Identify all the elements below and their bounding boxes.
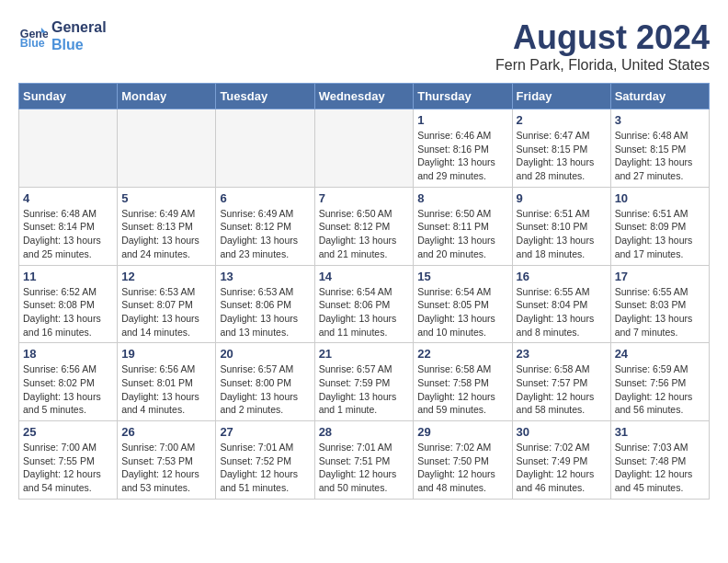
day-info: Sunrise: 6:54 AMSunset: 8:06 PMDaylight:…	[319, 285, 410, 339]
calendar-cell: 4Sunrise: 6:48 AMSunset: 8:14 PMDaylight…	[19, 187, 118, 265]
day-number: 10	[615, 191, 705, 205]
logo: General Blue General Blue	[18, 18, 107, 53]
calendar-cell: 6Sunrise: 6:49 AMSunset: 8:12 PMDaylight…	[216, 187, 314, 265]
day-info: Sunrise: 6:56 AMSunset: 8:01 PMDaylight:…	[121, 362, 211, 417]
day-info: Sunrise: 6:59 AMSunset: 7:56 PMDaylight:…	[615, 362, 705, 417]
day-info: Sunrise: 6:50 AMSunset: 8:12 PMDaylight:…	[319, 207, 410, 261]
day-info: Sunrise: 7:03 AMSunset: 7:48 PMDaylight:…	[615, 441, 705, 495]
day-number: 22	[417, 347, 507, 361]
day-info: Sunrise: 6:53 AMSunset: 8:07 PMDaylight:…	[121, 285, 211, 339]
calendar-cell: 12Sunrise: 6:53 AMSunset: 8:07 PMDayligh…	[118, 265, 216, 343]
calendar-cell: 26Sunrise: 7:00 AMSunset: 7:53 PMDayligh…	[118, 421, 216, 500]
day-number: 31	[615, 425, 705, 439]
logo-general: General	[51, 18, 107, 36]
calendar-cell: 5Sunrise: 6:49 AMSunset: 8:13 PMDaylight…	[118, 187, 216, 265]
day-info: Sunrise: 7:02 AMSunset: 7:49 PMDaylight:…	[517, 441, 607, 495]
calendar-cell: 8Sunrise: 6:50 AMSunset: 8:11 PMDaylight…	[414, 187, 512, 265]
day-number: 9	[517, 191, 607, 205]
day-number: 23	[517, 347, 607, 361]
weekday-header-row: SundayMondayTuesdayWednesdayThursdayFrid…	[19, 84, 710, 109]
day-number: 25	[23, 425, 113, 439]
calendar-cell: 19Sunrise: 6:56 AMSunset: 8:01 PMDayligh…	[118, 343, 216, 421]
calendar-cell: 15Sunrise: 6:54 AMSunset: 8:05 PMDayligh…	[414, 265, 512, 343]
day-info: Sunrise: 6:46 AMSunset: 8:16 PMDaylight:…	[417, 129, 507, 183]
day-number: 12	[121, 270, 211, 283]
day-info: Sunrise: 7:00 AMSunset: 7:55 PMDaylight:…	[23, 441, 113, 495]
day-info: Sunrise: 6:50 AMSunset: 8:11 PMDaylight:…	[417, 207, 507, 261]
day-info: Sunrise: 6:55 AMSunset: 8:04 PMDaylight:…	[517, 285, 607, 339]
day-number: 30	[517, 425, 607, 439]
day-info: Sunrise: 6:49 AMSunset: 8:13 PMDaylight:…	[121, 207, 211, 261]
logo-icon: General Blue	[18, 21, 48, 51]
day-info: Sunrise: 6:52 AMSunset: 8:08 PMDaylight:…	[23, 285, 113, 339]
calendar-cell: 30Sunrise: 7:02 AMSunset: 7:49 PMDayligh…	[512, 421, 610, 500]
day-info: Sunrise: 6:48 AMSunset: 8:14 PMDaylight:…	[23, 207, 113, 261]
calendar-week-row: 11Sunrise: 6:52 AMSunset: 8:08 PMDayligh…	[19, 265, 710, 343]
day-info: Sunrise: 7:01 AMSunset: 7:51 PMDaylight:…	[319, 441, 410, 495]
calendar-cell: 27Sunrise: 7:01 AMSunset: 7:52 PMDayligh…	[216, 421, 314, 500]
calendar-cell: 24Sunrise: 6:59 AMSunset: 7:56 PMDayligh…	[610, 343, 709, 421]
day-info: Sunrise: 6:48 AMSunset: 8:15 PMDaylight:…	[615, 129, 705, 183]
day-number: 28	[319, 425, 410, 439]
day-number: 24	[615, 347, 705, 361]
day-number: 14	[319, 270, 410, 283]
day-info: Sunrise: 7:02 AMSunset: 7:50 PMDaylight:…	[417, 441, 507, 495]
day-number: 2	[517, 113, 607, 127]
weekday-header-monday: Monday	[118, 84, 216, 109]
day-number: 7	[319, 191, 410, 205]
calendar-cell	[19, 109, 118, 188]
page-header: General Blue General Blue August 2024 Fe…	[18, 18, 710, 74]
calendar-cell: 7Sunrise: 6:50 AMSunset: 8:12 PMDaylight…	[314, 187, 414, 265]
calendar-cell: 29Sunrise: 7:02 AMSunset: 7:50 PMDayligh…	[414, 421, 512, 500]
calendar-cell: 21Sunrise: 6:57 AMSunset: 7:59 PMDayligh…	[314, 343, 414, 421]
calendar-cell: 2Sunrise: 6:47 AMSunset: 8:15 PMDaylight…	[512, 109, 610, 188]
calendar-cell: 9Sunrise: 6:51 AMSunset: 8:10 PMDaylight…	[512, 187, 610, 265]
weekday-header-friday: Friday	[512, 84, 610, 109]
day-number: 27	[220, 425, 310, 439]
day-number: 19	[121, 347, 211, 361]
calendar-cell: 10Sunrise: 6:51 AMSunset: 8:09 PMDayligh…	[610, 187, 709, 265]
day-number: 26	[121, 425, 211, 439]
day-info: Sunrise: 6:56 AMSunset: 8:02 PMDaylight:…	[23, 362, 113, 417]
weekday-header-sunday: Sunday	[19, 84, 118, 109]
calendar-cell: 1Sunrise: 6:46 AMSunset: 8:16 PMDaylight…	[414, 109, 512, 188]
day-number: 5	[121, 191, 211, 205]
calendar-cell: 14Sunrise: 6:54 AMSunset: 8:06 PMDayligh…	[314, 265, 414, 343]
calendar-cell: 18Sunrise: 6:56 AMSunset: 8:02 PMDayligh…	[19, 343, 118, 421]
calendar-cell: 28Sunrise: 7:01 AMSunset: 7:51 PMDayligh…	[314, 421, 414, 500]
weekday-header-tuesday: Tuesday	[216, 84, 314, 109]
day-number: 21	[319, 347, 410, 361]
calendar-week-row: 25Sunrise: 7:00 AMSunset: 7:55 PMDayligh…	[19, 421, 710, 500]
day-number: 20	[220, 347, 310, 361]
calendar-week-row: 4Sunrise: 6:48 AMSunset: 8:14 PMDaylight…	[19, 187, 710, 265]
day-number: 15	[417, 270, 507, 283]
day-info: Sunrise: 6:51 AMSunset: 8:10 PMDaylight:…	[517, 207, 607, 261]
calendar-week-row: 18Sunrise: 6:56 AMSunset: 8:02 PMDayligh…	[19, 343, 710, 421]
weekday-header-saturday: Saturday	[610, 84, 709, 109]
day-number: 6	[220, 191, 310, 205]
day-info: Sunrise: 6:57 AMSunset: 8:00 PMDaylight:…	[220, 362, 310, 417]
calendar-week-row: 1Sunrise: 6:46 AMSunset: 8:16 PMDaylight…	[19, 109, 710, 188]
title-block: August 2024 Fern Park, Florida, United S…	[495, 18, 710, 74]
calendar-cell: 23Sunrise: 6:58 AMSunset: 7:57 PMDayligh…	[512, 343, 610, 421]
day-info: Sunrise: 6:57 AMSunset: 7:59 PMDaylight:…	[319, 362, 410, 417]
calendar-cell: 25Sunrise: 7:00 AMSunset: 7:55 PMDayligh…	[19, 421, 118, 500]
day-info: Sunrise: 6:51 AMSunset: 8:09 PMDaylight:…	[615, 207, 705, 261]
day-number: 13	[220, 270, 310, 283]
calendar-cell: 3Sunrise: 6:48 AMSunset: 8:15 PMDaylight…	[610, 109, 709, 188]
calendar-cell: 16Sunrise: 6:55 AMSunset: 8:04 PMDayligh…	[512, 265, 610, 343]
calendar-table: SundayMondayTuesdayWednesdayThursdayFrid…	[18, 83, 710, 500]
day-number: 18	[23, 347, 113, 361]
calendar-cell: 31Sunrise: 7:03 AMSunset: 7:48 PMDayligh…	[610, 421, 709, 500]
svg-text:Blue: Blue	[20, 38, 45, 51]
day-number: 1	[417, 113, 507, 127]
day-info: Sunrise: 6:58 AMSunset: 7:58 PMDaylight:…	[417, 362, 507, 417]
calendar-cell	[118, 109, 216, 188]
calendar-cell: 17Sunrise: 6:55 AMSunset: 8:03 PMDayligh…	[610, 265, 709, 343]
day-number: 11	[23, 270, 113, 283]
day-number: 8	[417, 191, 507, 205]
day-number: 3	[615, 113, 705, 127]
day-info: Sunrise: 6:47 AMSunset: 8:15 PMDaylight:…	[517, 129, 607, 183]
day-info: Sunrise: 6:58 AMSunset: 7:57 PMDaylight:…	[517, 362, 607, 417]
calendar-cell: 22Sunrise: 6:58 AMSunset: 7:58 PMDayligh…	[414, 343, 512, 421]
